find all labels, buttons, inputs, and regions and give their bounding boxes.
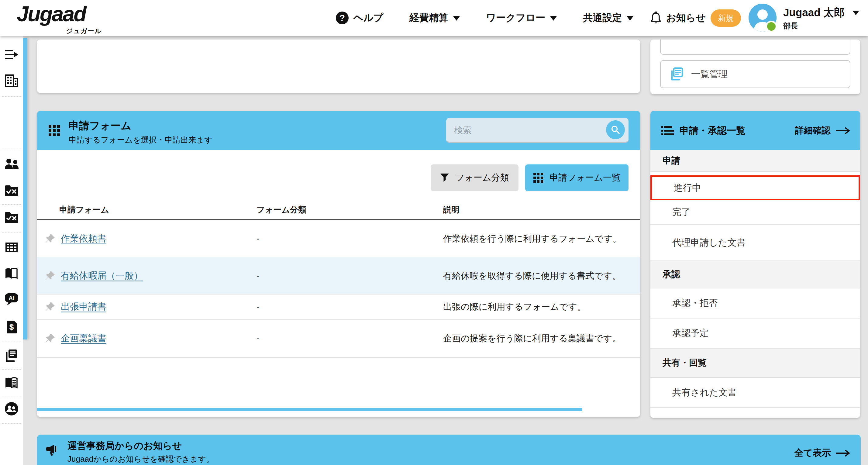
menu-item-shared-documents[interactable]: 共有された文書 bbox=[650, 378, 860, 408]
form-category-value: - bbox=[256, 234, 259, 243]
approval-card-header: 申請・承認一覧 詳細確認 bbox=[650, 111, 860, 150]
form-category-value: - bbox=[256, 302, 259, 312]
search-input[interactable] bbox=[454, 118, 600, 142]
form-card-subtitle: 申請するフォームを選択・申請出来ます bbox=[69, 135, 212, 145]
approval-folder-alt-icon[interactable] bbox=[4, 212, 19, 223]
svg-text:$: $ bbox=[9, 322, 14, 332]
rail-divider bbox=[2, 342, 21, 342]
pushpin-icon[interactable] bbox=[45, 333, 55, 343]
chevron-down-icon bbox=[550, 16, 557, 24]
documents-icon[interactable] bbox=[5, 349, 19, 363]
nav-workflow[interactable]: ワークフロー bbox=[486, 11, 557, 25]
invoice-icon[interactable]: $ bbox=[5, 320, 18, 333]
section-approval: 承認 bbox=[650, 261, 860, 288]
members-icon[interactable] bbox=[4, 158, 19, 170]
nav-settings[interactable]: 共通設定 bbox=[583, 11, 633, 25]
app-screen: Jugaad ジュガール ? ヘルプ 経費精算 ワークフロー 共通設定 bbox=[0, 0, 868, 465]
search-icon bbox=[611, 125, 620, 135]
grid-icon bbox=[48, 124, 61, 137]
handbook-icon[interactable] bbox=[4, 377, 19, 389]
form-link[interactable]: 有給休暇届（一般） bbox=[61, 269, 143, 282]
nav-settings-label: 共通設定 bbox=[583, 11, 622, 25]
nav-expenses[interactable]: 経費精算 bbox=[409, 11, 460, 25]
main-nav: ? ヘルプ 経費精算 ワークフロー 共通設定 bbox=[336, 0, 633, 36]
company-icon[interactable] bbox=[5, 74, 19, 88]
rail-divider bbox=[2, 96, 21, 97]
rail-divider bbox=[2, 204, 21, 205]
approval-card-title: 申請・承認一覧 bbox=[680, 124, 746, 137]
grid-icon bbox=[533, 173, 544, 183]
form-category-value: - bbox=[256, 271, 259, 281]
table-row: 有給休暇届（一般） - 有給休暇を取得する際に使用する書式です。 bbox=[37, 257, 640, 294]
community-icon[interactable] bbox=[4, 401, 19, 416]
menu-item-completed[interactable]: 完了 bbox=[650, 200, 860, 225]
menu-item-in-progress[interactable]: 進行中 bbox=[650, 175, 860, 200]
announcements-title: 運営事務局からのお知らせ bbox=[67, 439, 182, 452]
cut-off-button[interactable] bbox=[660, 39, 850, 55]
user-role: 部長 bbox=[783, 21, 859, 31]
form-link[interactable]: 出張申請書 bbox=[61, 301, 106, 313]
menu-item-approval-scheduled[interactable]: 承認予定 bbox=[650, 318, 860, 349]
pages-stack-icon bbox=[670, 67, 684, 81]
chevron-down-icon bbox=[852, 11, 859, 19]
brand-logo[interactable]: Jugaad bbox=[17, 2, 86, 26]
table-row: 出張申請書 - 出張の際に利用するフォームです。 bbox=[37, 294, 640, 320]
form-description: 出張の際に利用するフォームです。 bbox=[443, 300, 622, 314]
form-link[interactable]: 企画稟議書 bbox=[61, 332, 106, 345]
user-menu[interactable]: Jugaad 太郎 部長 bbox=[749, 4, 859, 32]
application-approval-card: 申請・承認一覧 詳細確認 申請 進行中 完了 代理申請した文書 承認 承認・拒否… bbox=[650, 111, 860, 418]
list-management-label: 一覧管理 bbox=[691, 68, 727, 81]
pushpin-icon[interactable] bbox=[45, 271, 55, 281]
form-list-button[interactable]: 申請フォーム一覧 bbox=[525, 164, 628, 191]
collapse-menu-icon[interactable] bbox=[5, 49, 19, 60]
detail-check-label: 詳細確認 bbox=[795, 125, 830, 137]
ai-assistant-icon[interactable]: AI bbox=[4, 293, 19, 306]
notifications-label: お知らせ bbox=[666, 11, 706, 25]
column-header-form: 申請フォーム bbox=[59, 204, 109, 215]
horizontal-scrollbar[interactable] bbox=[37, 408, 582, 411]
table-icon[interactable] bbox=[5, 241, 18, 253]
nav-help-label: ヘルプ bbox=[353, 11, 383, 25]
form-description: 有給休暇を取得する際に使用する書式です。 bbox=[443, 269, 622, 283]
form-category-filter-label: フォーム分類 bbox=[455, 172, 509, 184]
svg-text:AI: AI bbox=[8, 295, 14, 302]
menu-item-approve-reject[interactable]: 承認・拒否 bbox=[650, 288, 860, 318]
list-management-button[interactable]: 一覧管理 bbox=[660, 60, 850, 88]
manual-book-icon[interactable] bbox=[4, 268, 19, 279]
column-header-description: 説明 bbox=[443, 204, 460, 215]
search-button[interactable] bbox=[606, 120, 625, 139]
section-application: 申請 bbox=[650, 150, 860, 172]
nav-help[interactable]: ? ヘルプ bbox=[336, 11, 383, 25]
notifications-button[interactable]: お知らせ 新規 bbox=[650, 0, 741, 36]
detail-check-link[interactable]: 詳細確認 bbox=[795, 125, 850, 137]
announcements-bar: 運営事務局からのお知らせ Jugaadからのお知らせを確認できます。 全て表示 bbox=[37, 435, 861, 465]
rail-divider bbox=[2, 369, 21, 370]
approval-folder-icon[interactable] bbox=[4, 185, 19, 196]
table-row: 企画稟議書 - 企画の提案を行う際に利用する稟議書です。 bbox=[37, 319, 640, 358]
show-all-link[interactable]: 全て表示 bbox=[794, 447, 850, 459]
form-description: 企画の提案を行う際に利用する稟議書です。 bbox=[443, 331, 622, 345]
form-category-filter-button[interactable]: フォーム分類 bbox=[431, 164, 519, 191]
announcements-subtitle: Jugaadからのお知らせを確認できます。 bbox=[67, 454, 214, 464]
vertical-scrollbar[interactable] bbox=[23, 38, 27, 339]
menu-item-proxy-documents[interactable]: 代理申請した文書 bbox=[650, 225, 860, 261]
list-management-card: 一覧管理 bbox=[650, 39, 860, 94]
user-name: Jugaad 太郎 bbox=[783, 5, 845, 20]
scrolled-card-partial bbox=[37, 39, 640, 93]
pushpin-icon[interactable] bbox=[45, 234, 55, 244]
pushpin-icon[interactable] bbox=[45, 302, 55, 312]
form-card-header: 申請フォーム 申請するフォームを選択・申請出来ます bbox=[37, 111, 640, 150]
table-row: 作業依頼書 - 作業依頼を行う際に利用するフォームです。 bbox=[37, 220, 640, 258]
nav-expenses-label: 経費精算 bbox=[409, 11, 448, 25]
list-icon bbox=[661, 126, 674, 136]
arrow-right-icon bbox=[836, 127, 850, 134]
megaphone-icon bbox=[45, 444, 60, 457]
form-card-title: 申請フォーム bbox=[69, 119, 131, 133]
form-description: 作業依頼を行う際に利用するフォームです。 bbox=[443, 231, 622, 246]
chevron-down-icon bbox=[453, 16, 460, 24]
user-text: Jugaad 太郎 部長 bbox=[783, 4, 859, 31]
section-share-circulate: 共有・回覧 bbox=[650, 349, 860, 378]
table-header: 申請フォーム フォーム分類 説明 bbox=[37, 200, 640, 220]
form-link[interactable]: 作業依頼書 bbox=[61, 232, 106, 245]
bell-icon bbox=[650, 11, 661, 24]
